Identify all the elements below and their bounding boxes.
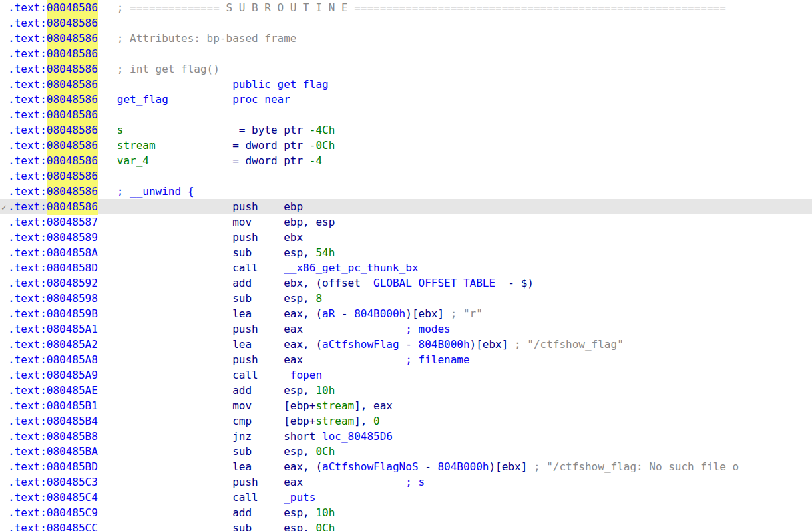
disasm-line[interactable]: .text:0804858D call __x86_get_pc_thunk_b…	[0, 260, 812, 275]
line-address[interactable]: 0804859B	[47, 307, 98, 320]
line-address[interactable]: 080485AE	[47, 384, 98, 397]
disasm-line[interactable]: .text:08048587 mov ebp, esp	[0, 214, 812, 230]
line-address[interactable]: 080485A9	[47, 369, 98, 381]
symbol-token[interactable]: get_flag	[98, 93, 168, 106]
symbol-token[interactable]: 804B000h	[437, 460, 489, 473]
disasm-line[interactable]: .text:08048586 stream = dword ptr -0Ch	[0, 138, 812, 153]
symbol-token[interactable]: __x86_get_pc_thunk_bx	[284, 262, 418, 274]
disasm-line[interactable]: .text:08048586 ; __unwind {	[0, 184, 812, 199]
disasm-line[interactable]: .text:080485BA sub esp, 0Ch	[0, 444, 812, 459]
disasm-line[interactable]: .text:0804858A sub esp, 54h	[0, 245, 812, 260]
disasm-line[interactable]: .text:080485A1 push eax ; modes	[0, 321, 812, 337]
disasm-line[interactable]: .text:080485A9 call _fopen	[0, 367, 812, 383]
line-address[interactable]: 08048586	[47, 15, 98, 31]
disasm-line[interactable]: .text:080485B8 jnz short loc_80485D6	[0, 429, 812, 444]
symbol-token[interactable]: _GLOBAL_OFFSET_TABLE_	[367, 277, 501, 289]
line-address[interactable]: 08048586	[47, 61, 98, 77]
disasm-line[interactable]: .text:08048586 get_flag proc near	[0, 92, 812, 107]
disasm-line[interactable]: .text:080485C4 call _puts	[0, 490, 812, 505]
disasm-line[interactable]: .text:08048586	[0, 15, 812, 31]
line-address[interactable]: 080485B1	[47, 399, 98, 412]
disasm-line[interactable]: .text:080485C3 push eax ; s	[0, 474, 812, 490]
symbol-token[interactable]: proc near	[168, 93, 290, 106]
line-address[interactable]: 08048587	[47, 216, 98, 228]
disasm-line[interactable]: .text:08048586 ; int get_flag()	[0, 61, 812, 77]
disasm-line[interactable]: .text:080485B4 cmp [ebp+stream], 0	[0, 413, 812, 429]
line-address[interactable]: 08048586	[47, 122, 98, 138]
line-address[interactable]: 080485BD	[47, 460, 98, 473]
disasm-line[interactable]: .text:08048586 ; ============== S U B R …	[0, 0, 812, 15]
line-address[interactable]: 080485B4	[47, 415, 98, 427]
disasm-line[interactable]: .text:08048586 s = byte ptr -4Ch	[0, 122, 812, 138]
symbol-token[interactable]: _puts	[284, 491, 315, 504]
line-address[interactable]: 0804858D	[47, 262, 98, 274]
symbol-token[interactable]: ; filename	[303, 353, 469, 366]
line-address[interactable]: 080485CC	[47, 522, 98, 531]
line-address[interactable]: 080485BA	[47, 445, 98, 458]
disasm-line[interactable]: .text:08048589 push ebx	[0, 230, 812, 245]
segment-name: .text:	[8, 491, 47, 504]
line-address[interactable]: 0804858A	[47, 246, 98, 259]
line-address[interactable]: 080485C4	[47, 491, 98, 504]
line-address[interactable]: 080485B8	[47, 430, 98, 442]
disasm-line[interactable]: .text:080485C9 add esp, 10h	[0, 505, 812, 520]
line-address[interactable]: 08048586	[47, 46, 98, 62]
disasm-line[interactable]: .text:080485B1 mov [ebp+stream], eax	[0, 398, 812, 413]
segment-name: .text:	[8, 200, 47, 213]
line-address[interactable]: 08048598	[47, 292, 98, 305]
disasm-line[interactable]: ✓.text:08048586 push ebp	[0, 199, 812, 214]
code-token: push eax	[98, 476, 303, 488]
disasm-line[interactable]: .text:080485AE add esp, 10h	[0, 383, 812, 398]
disasm-line[interactable]: .text:08048586	[0, 168, 812, 184]
code-token: sub esp,	[98, 522, 316, 531]
segment-name: .text:	[8, 369, 47, 381]
line-address[interactable]: 08048586	[47, 107, 98, 123]
code-token: add ebx, (offset	[98, 277, 367, 289]
symbol-token[interactable]: 804B000h	[419, 338, 470, 351]
line-address[interactable]: 08048589	[47, 231, 98, 244]
symbol-token[interactable]: public get_flag	[98, 78, 329, 90]
segment-name: .text:	[8, 78, 47, 90]
symbol-token[interactable]: 804B000h	[354, 307, 405, 320]
line-address[interactable]: 08048586	[47, 199, 98, 215]
disasm-line[interactable]: .text:08048586 public get_flag	[0, 77, 812, 92]
symbol-token[interactable]: ; __unwind {	[98, 185, 194, 198]
line-address[interactable]: 08048586	[47, 31, 98, 47]
line-address[interactable]: 08048586	[47, 92, 98, 108]
symbol-token[interactable]: loc_80485D6	[322, 430, 393, 442]
code-token: jnz short	[98, 430, 322, 442]
symbol-token[interactable]: aCtfshowFlagNoS	[322, 460, 419, 473]
code-token: -	[399, 338, 419, 351]
symbol-token[interactable]: _fopen	[284, 369, 322, 381]
symbol-token[interactable]: ; s	[303, 476, 425, 488]
line-address[interactable]: 08048586	[47, 0, 98, 16]
disasm-line[interactable]: .text:080485A8 push eax ; filename	[0, 352, 812, 367]
symbol-token[interactable]: ; modes	[303, 323, 451, 335]
line-address[interactable]: 08048586	[47, 77, 98, 92]
disasm-line[interactable]: .text:0804859B lea eax, (aR - 804B000h)[…	[0, 306, 812, 321]
disasm-line[interactable]: .text:08048598 sub esp, 8	[0, 291, 812, 306]
line-address[interactable]: 08048586	[47, 153, 98, 169]
disasm-line[interactable]: .text:08048586	[0, 46, 812, 61]
line-address[interactable]: 080485C9	[47, 506, 98, 519]
disasm-line[interactable]: .text:08048592 add ebx, (offset _GLOBAL_…	[0, 275, 812, 291]
value-token: -4	[309, 154, 322, 167]
line-address[interactable]: 080485C3	[47, 476, 98, 488]
disasm-line[interactable]: .text:080485BD lea eax, (aCtfshowFlagNoS…	[0, 459, 812, 474]
disasm-line[interactable]: .text:08048586 var_4 = dword ptr -4	[0, 153, 812, 168]
line-address[interactable]: 08048586	[47, 138, 98, 154]
line-address[interactable]: 08048592	[47, 277, 98, 289]
segment-name: .text:	[8, 246, 47, 259]
line-address[interactable]: 080485A1	[47, 323, 98, 335]
disasm-line[interactable]: .text:08048586 ; Attributes: bp-based fr…	[0, 31, 812, 46]
disasm-line[interactable]: .text:08048586	[0, 107, 812, 122]
disasm-line[interactable]: .text:080485CC sub esp, 0Ch	[0, 520, 812, 531]
line-address[interactable]: 080485A8	[47, 353, 98, 366]
code-token: push ebx	[98, 231, 303, 244]
line-address[interactable]: 080485A2	[47, 338, 98, 351]
line-address[interactable]: 08048586	[47, 168, 98, 184]
line-address[interactable]: 08048586	[47, 184, 98, 200]
symbol-token[interactable]: aR	[322, 307, 335, 320]
disasm-line[interactable]: .text:080485A2 lea eax, (aCtfshowFlag - …	[0, 337, 812, 352]
symbol-token[interactable]: aCtfshowFlag	[322, 338, 399, 351]
